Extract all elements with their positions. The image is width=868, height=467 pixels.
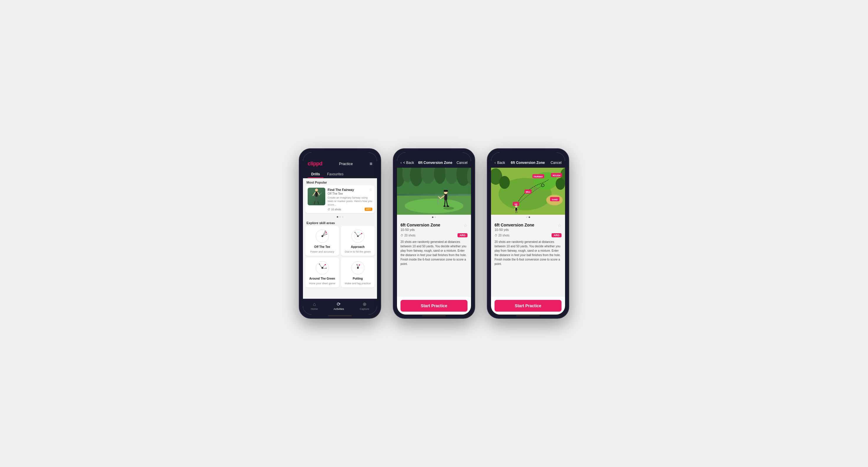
- header-title: Practice: [339, 162, 353, 166]
- svg-line-83: [516, 210, 516, 213]
- svg-point-16: [326, 232, 327, 233]
- image-dots: [397, 215, 471, 220]
- around-the-green-icon: [315, 261, 330, 275]
- svg-text:Hit: Hit: [515, 203, 518, 205]
- svg-point-58: [443, 206, 446, 207]
- svg-rect-52: [444, 190, 448, 192]
- drill-map: FAIRWAY ROUGH Hit Miss SAND: [491, 168, 565, 215]
- nav-home[interactable]: ⌂ Home: [311, 302, 318, 310]
- detail-page-title-3: 6ft Conversion Zone: [511, 161, 545, 165]
- svg-point-30: [325, 264, 326, 265]
- clock-icon: ⏱: [328, 208, 330, 211]
- bottom-nav: ⌂ Home ⟳ Activities ⊕ Capture: [303, 299, 377, 314]
- favourite-star[interactable]: ☆: [463, 223, 467, 228]
- off-the-tee-icon: [315, 229, 330, 243]
- cancel-button[interactable]: Cancel: [457, 161, 467, 165]
- svg-line-3: [318, 192, 319, 195]
- drill-details: Find The Fairway Off The Tee Create an i…: [328, 188, 372, 211]
- image-dots-3: [491, 215, 565, 220]
- app-logo: clippd: [308, 161, 322, 167]
- phone-2: ‹ < Back 6ft Conversion Zone Cancel: [393, 148, 475, 319]
- drill-description: Create an imaginary fairway using trees …: [328, 196, 372, 206]
- map-dot-1: [526, 216, 527, 218]
- phones-container: clippd Practice ≡ Drills Favourites Most…: [299, 148, 569, 319]
- svg-text:ROUGH: ROUGH: [553, 174, 560, 176]
- tabs-bar: Drills Favourites: [303, 170, 377, 178]
- skill-approach[interactable]: Approach Dial-in to hit the green: [341, 226, 375, 256]
- favourite-star-3[interactable]: ☆: [557, 223, 561, 228]
- svg-point-26: [361, 233, 362, 234]
- phone-2-screen: ‹ < Back 6ft Conversion Zone Cancel: [397, 153, 471, 314]
- cancel-button-3[interactable]: Cancel: [551, 161, 561, 165]
- drill-category: Off The Tee: [328, 192, 372, 195]
- back-chevron-3: ‹: [495, 161, 496, 165]
- skill-atg-name: Around The Green: [309, 277, 335, 280]
- home-icon: ⌂: [313, 302, 316, 307]
- dot-2: [339, 216, 341, 218]
- activities-icon: ⟳: [337, 301, 341, 307]
- menu-icon[interactable]: ≡: [370, 161, 372, 167]
- back-button-3[interactable]: ‹ Back: [495, 161, 505, 165]
- drill-photo: [397, 168, 471, 215]
- svg-point-25: [354, 232, 355, 233]
- nav-activities[interactable]: ⟳ Activities: [334, 301, 344, 310]
- back-button[interactable]: ‹ < Back: [401, 161, 414, 165]
- svg-line-6: [317, 197, 318, 201]
- drill-meta-row: ⏱ 20 shots ARG: [401, 233, 467, 237]
- drills-body: Most Popular: [303, 178, 377, 299]
- svg-point-24: [357, 236, 359, 237]
- golf-map-svg: FAIRWAY ROUGH Hit Miss SAND: [491, 168, 565, 215]
- drill-thumbnail: [308, 188, 325, 205]
- phone-1-home-bar: [328, 315, 352, 316]
- explore-label: Explore skill areas: [303, 219, 377, 226]
- svg-line-56: [444, 200, 445, 206]
- drill-tag: OTT: [365, 208, 372, 211]
- drill-arg-tag: ARG: [458, 233, 467, 237]
- drill-main-title: 6ft Conversion Zone: [401, 223, 440, 227]
- featured-drill-card[interactable]: Find The Fairway Off The Tee Create an i…: [305, 185, 375, 213]
- capture-icon: ⊕: [363, 301, 366, 307]
- start-practice-button-3[interactable]: Start Practice: [495, 300, 561, 312]
- skill-ott-desc: Power and accuracy: [310, 250, 334, 254]
- nav-capture[interactable]: ⊕ Capture: [360, 301, 369, 310]
- most-popular-label: Most Popular: [303, 178, 377, 185]
- svg-text:Miss: Miss: [526, 191, 530, 193]
- svg-line-7: [314, 201, 315, 204]
- favourite-icon[interactable]: ☆: [369, 188, 372, 192]
- clock-icon-3: ⏱: [495, 234, 497, 237]
- skill-around-the-green[interactable]: Around The Green Hone your short game: [305, 258, 339, 288]
- phone-2-home-bar: [422, 315, 446, 316]
- drill-name: Find The Fairway: [328, 188, 372, 192]
- back-chevron: ‹: [401, 161, 402, 165]
- drill-content-3: 6ft Conversion Zone 10-50 yds ☆ ⏱ 20 sho…: [491, 220, 565, 297]
- carousel-dots: [303, 215, 377, 219]
- dot-3: [342, 216, 343, 218]
- skill-putting[interactable]: Putting Make and lag practice: [341, 258, 375, 288]
- drill-shots: ⏱ 10 shots: [328, 208, 341, 211]
- start-practice-button[interactable]: Start Practice: [401, 300, 467, 312]
- img-dot-1: [432, 216, 433, 218]
- drill-description-text: 20 shots are randomly generated at dista…: [401, 240, 467, 266]
- svg-point-28: [321, 267, 323, 269]
- phone-1-screen: clippd Practice ≡ Drills Favourites Most…: [303, 153, 377, 314]
- skill-off-the-tee[interactable]: Off The Tee Power and accuracy: [305, 226, 339, 256]
- tab-favourites[interactable]: Favourites: [323, 170, 347, 178]
- golfer-icon: [311, 189, 322, 205]
- dot-1: [337, 216, 338, 218]
- svg-point-66: [499, 176, 510, 189]
- drill-meta: ⏱ 10 shots OTT: [328, 208, 372, 211]
- svg-line-5: [315, 197, 316, 201]
- tab-drills[interactable]: Drills: [308, 170, 323, 178]
- svg-line-4: [319, 193, 322, 195]
- skill-approach-desc: Dial-in to hit the green: [345, 250, 371, 254]
- skill-approach-name: Approach: [351, 245, 365, 248]
- svg-point-68: [556, 178, 565, 190]
- svg-point-36: [359, 264, 360, 266]
- svg-point-79: [515, 205, 518, 208]
- drill-title-block-3: 6ft Conversion Zone 10-50 yds: [495, 223, 534, 231]
- svg-point-49: [405, 199, 463, 213]
- svg-point-31: [326, 268, 327, 269]
- shots-count-3: ⏱ 20 shots: [495, 234, 509, 237]
- shots-count: ⏱ 20 shots: [401, 234, 415, 237]
- phone-2-notch: [422, 149, 446, 155]
